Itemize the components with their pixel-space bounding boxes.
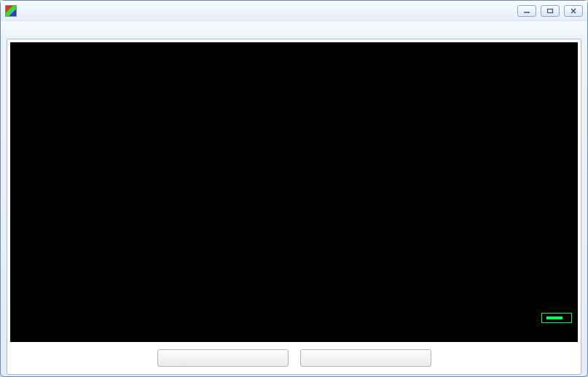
legend-box bbox=[541, 313, 572, 323]
close-button[interactable] bbox=[564, 5, 583, 17]
cancel-button[interactable] bbox=[300, 349, 431, 367]
titlebar bbox=[1, 1, 587, 21]
maximize-button[interactable] bbox=[541, 5, 560, 17]
app-icon bbox=[5, 5, 17, 17]
start-button[interactable] bbox=[157, 349, 289, 367]
svg-rect-1 bbox=[548, 9, 553, 12]
legend-write-swatch bbox=[546, 318, 562, 319]
menubar bbox=[1, 21, 587, 37]
chart-area bbox=[10, 42, 578, 342]
minimize-button[interactable] bbox=[517, 5, 536, 17]
menu-file[interactable] bbox=[8, 28, 20, 31]
